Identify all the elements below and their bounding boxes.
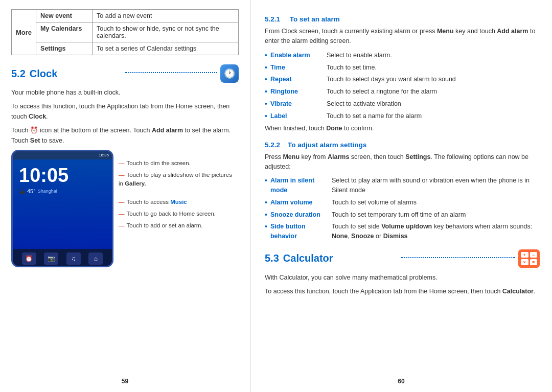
- right-page: 5.2.1 To set an alarm From Clock screen,…: [250, 0, 552, 392]
- home-btn: ⌂: [88, 252, 103, 265]
- phone-temp: 45°: [27, 188, 36, 194]
- new-event-label: New event: [36, 10, 93, 22]
- alarm-volume-desc: Touch to set volume of alarms: [332, 198, 417, 207]
- bullet-snooze: • Snooze duration Touch to set temporary…: [265, 210, 540, 220]
- label-label: Label: [270, 111, 327, 121]
- section-title: Clock: [30, 68, 122, 80]
- my-calendars-desc: Touch to show or hide, sync or not sync …: [93, 22, 239, 42]
- bullet-dot: •: [265, 198, 267, 207]
- repeat-label: Repeat: [270, 75, 327, 84]
- calc-para1: With Calculator, you can solve many math…: [265, 273, 540, 283]
- bullet-dot: •: [265, 87, 267, 97]
- photo-btn: 📷: [44, 252, 58, 265]
- sub-title-522: To adjust alarm settings: [288, 141, 366, 149]
- side-button-label: Side buttonbehavior: [270, 222, 332, 241]
- sub-heading-521: 5.2.1 To set an alarm: [265, 15, 540, 23]
- calc-multiply: ×: [521, 259, 528, 265]
- callout-text-5: Touch to add or set an alarm.: [127, 222, 203, 228]
- bullet-dot: •: [265, 210, 267, 220]
- city-label: Shanghai: [38, 189, 57, 194]
- enable-alarm-label: Enable alarm: [270, 51, 327, 60]
- bullet-time: • Time Touch to set time.: [265, 63, 540, 73]
- callout-1: —Touch to dim the screen.: [119, 159, 232, 168]
- more-cell: More: [12, 10, 36, 55]
- callout-text-4: Touch to go back to Home screen.: [127, 211, 216, 217]
- menu-table: More New event To add a new event My Cal…: [11, 9, 239, 55]
- callout-4: —Touch to go back to Home screen.: [119, 210, 232, 218]
- enable-alarm-desc: Select to enable alarm.: [327, 51, 392, 60]
- phone-mockup: 16:35 10:05 🌤 45° Shanghai ⏰ 📷 ♫ ⌂: [11, 150, 113, 267]
- bullet-vibrate: • Vibrate Select to activate vibration: [265, 99, 540, 109]
- bullet-repeat: • Repeat Touch to select days you want a…: [265, 75, 540, 84]
- callout-3: —Touch to access Music: [119, 198, 232, 206]
- table-row: Settings To set a series of Calendar set…: [12, 42, 239, 55]
- calc-equals: =: [530, 259, 538, 265]
- bullet-label: • Label Touch to set a name for the alar…: [265, 111, 540, 121]
- vibrate-desc: Select to activate vibration: [327, 99, 401, 109]
- phone-status-bar: 16:35: [13, 151, 112, 159]
- page-number-right: 60: [398, 378, 404, 385]
- phone-weather: 🌤 45° Shanghai: [13, 185, 112, 195]
- time-label: Time: [270, 63, 327, 73]
- my-calendars-label: My Calendars: [36, 22, 93, 42]
- calc-dots: [401, 257, 515, 258]
- section-number: 5.2: [11, 68, 26, 80]
- callout-text-1: Touch to dim the screen.: [127, 160, 191, 166]
- bullet-ringtone: • Ringtone Touch to select a ringtone fo…: [265, 87, 540, 97]
- repeat-desc: Touch to select days you want alarm to s…: [327, 75, 456, 84]
- calc-plus: +: [521, 252, 528, 258]
- alarm-btn: ⏰: [22, 252, 36, 265]
- clock-para3: Touch ⏰ icon at the bottom of the screen…: [11, 126, 239, 146]
- clock-para2: To access this function, touch the Appli…: [11, 102, 239, 122]
- alarm-volume-label: Alarm volume: [270, 198, 332, 207]
- settings-desc: To set a series of Calendar settings: [93, 42, 239, 55]
- bullet-silent-mode: • Alarm in silentmode Select to play ala…: [265, 176, 540, 195]
- sub-title-521: To set an alarm: [290, 15, 340, 23]
- done-text: When finished, touch Done to confirm.: [265, 124, 540, 133]
- phone-screen: 10:05 🌤 45° Shanghai: [13, 159, 112, 249]
- clock-para1: Your mobile phone has a built-in clock.: [11, 88, 239, 98]
- ringtone-desc: Touch to select a ringtone for the alarm: [327, 87, 437, 97]
- label-desc: Touch to set a name for the alarm: [327, 111, 422, 121]
- settings-label: Settings: [36, 42, 93, 55]
- music-btn: ♫: [66, 252, 81, 265]
- phone-bottom-bar: ⏰ 📷 ♫ ⌂: [13, 249, 112, 267]
- calculator-icon: + − × =: [518, 249, 540, 268]
- bullet-dot: •: [265, 111, 267, 121]
- snooze-label: Snooze duration: [270, 210, 332, 220]
- bullet-dot: •: [265, 75, 267, 84]
- ringtone-label: Ringtone: [270, 87, 327, 97]
- vibrate-label: Vibrate: [270, 99, 327, 109]
- side-button-desc: Touch to set side Volume up/down key beh…: [332, 222, 540, 241]
- table-row: More New event To add a new event: [12, 10, 239, 22]
- sub-num-522: 5.2.2: [265, 141, 280, 149]
- alarm-adjust-list: • Alarm in silentmode Select to play ala…: [265, 176, 540, 241]
- calculator-section-heading: 5.3 Calculator + − × =: [265, 249, 540, 268]
- bullet-dot: •: [265, 222, 267, 241]
- left-page: More New event To add a new event My Cal…: [0, 0, 250, 392]
- alarm-settings-list: • Enable alarm Select to enable alarm. •…: [265, 51, 540, 121]
- alarm-para1: From Clock screen, touch a currently exi…: [265, 27, 540, 47]
- bullet-dot: •: [265, 176, 267, 195]
- clock-section-heading: 5.2 Clock 🕐: [11, 64, 239, 83]
- callout-text-2: Touch to play a slideshow of the picture…: [119, 172, 232, 187]
- bullet-dot: •: [265, 51, 267, 60]
- time-desc: Touch to set time.: [327, 63, 377, 73]
- callout-5: —Touch to add or set an alarm.: [119, 221, 232, 230]
- page-number-left: 59: [122, 378, 128, 385]
- new-event-desc: To add a new event: [93, 10, 239, 22]
- snooze-desc: Touch to set temporary turn off time of …: [332, 210, 466, 220]
- sub-heading-522: 5.2.2 To adjust alarm settings: [265, 141, 540, 149]
- bullet-dot: •: [265, 63, 267, 73]
- bullet-side-button: • Side buttonbehavior Touch to set side …: [265, 222, 540, 241]
- table-row: My Calendars Touch to show or hide, sync…: [12, 22, 239, 42]
- phone-status-time: 16:35: [99, 153, 109, 157]
- adjust-para: Press Menu key from Alarms screen, then …: [265, 152, 540, 172]
- callout-text-3: Touch to access Music: [127, 199, 187, 205]
- calc-section-title: Calculator: [283, 252, 398, 264]
- calc-para2: To access this function, touch the Appli…: [265, 287, 540, 296]
- bullet-enable-alarm: • Enable alarm Select to enable alarm.: [265, 51, 540, 60]
- bullet-dot: •: [265, 99, 267, 109]
- callout-2: —Touch to play a slideshow of the pictur…: [119, 171, 232, 189]
- page-spread: More New event To add a new event My Cal…: [0, 0, 552, 392]
